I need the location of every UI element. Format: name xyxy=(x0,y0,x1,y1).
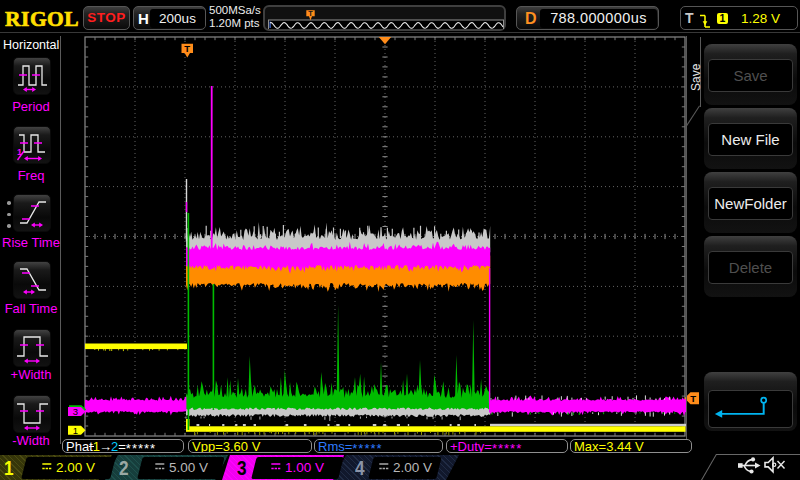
svg-text:T: T xyxy=(690,393,696,404)
svg-text:1: 1 xyxy=(73,425,78,436)
svg-text:T: T xyxy=(308,9,313,18)
svg-text:3: 3 xyxy=(73,406,78,417)
svg-text:T: T xyxy=(184,43,190,54)
